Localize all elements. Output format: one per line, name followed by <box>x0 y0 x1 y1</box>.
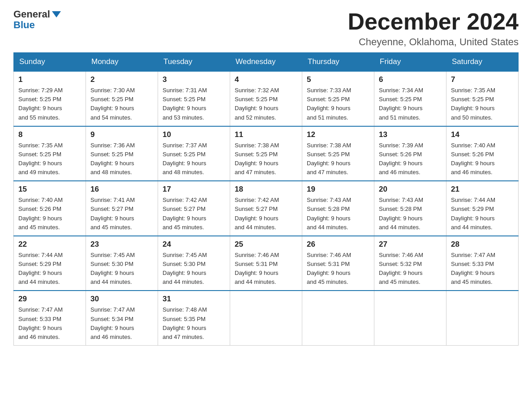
day-info: Sunrise: 7:39 AMSunset: 5:26 PMDaylight:… <box>379 141 442 177</box>
calendar-cell <box>230 291 302 345</box>
logo: General Blue <box>13 9 61 30</box>
calendar-header-wednesday: Wednesday <box>230 53 302 72</box>
day-number: 14 <box>451 130 514 139</box>
calendar-header-monday: Monday <box>86 53 158 72</box>
calendar-header-saturday: Saturday <box>446 53 519 72</box>
day-number: 21 <box>451 185 514 194</box>
calendar-header-thursday: Thursday <box>302 53 374 72</box>
day-info: Sunrise: 7:29 AMSunset: 5:25 PMDaylight:… <box>18 86 81 122</box>
week-row-4: 22Sunrise: 7:44 AMSunset: 5:29 PMDayligh… <box>14 236 519 291</box>
calendar-cell: 19Sunrise: 7:43 AMSunset: 5:28 PMDayligh… <box>302 181 374 236</box>
calendar-cell: 6Sunrise: 7:34 AMSunset: 5:25 PMDaylight… <box>374 71 446 126</box>
day-info: Sunrise: 7:46 AMSunset: 5:31 PMDaylight:… <box>307 251 369 287</box>
day-info: Sunrise: 7:38 AMSunset: 5:25 PMDaylight:… <box>235 141 297 177</box>
day-number: 4 <box>235 75 297 84</box>
day-info: Sunrise: 7:47 AMSunset: 5:33 PMDaylight:… <box>18 305 81 342</box>
calendar-table: SundayMondayTuesdayWednesdayThursdayFrid… <box>13 52 519 346</box>
calendar-cell: 21Sunrise: 7:44 AMSunset: 5:29 PMDayligh… <box>446 181 519 236</box>
day-info: Sunrise: 7:33 AMSunset: 5:25 PMDaylight:… <box>307 86 369 122</box>
month-title: December 2024 <box>348 9 519 34</box>
calendar-cell: 4Sunrise: 7:32 AMSunset: 5:25 PMDaylight… <box>230 71 302 126</box>
day-number: 13 <box>379 130 442 139</box>
calendar-cell: 15Sunrise: 7:40 AMSunset: 5:26 PMDayligh… <box>14 181 86 236</box>
calendar-cell: 8Sunrise: 7:35 AMSunset: 5:25 PMDaylight… <box>14 126 86 181</box>
week-row-5: 29Sunrise: 7:47 AMSunset: 5:33 PMDayligh… <box>14 291 519 345</box>
calendar-cell: 18Sunrise: 7:42 AMSunset: 5:27 PMDayligh… <box>230 181 302 236</box>
day-number: 28 <box>451 240 514 249</box>
day-number: 16 <box>90 185 153 194</box>
day-number: 7 <box>451 75 514 84</box>
calendar-cell: 13Sunrise: 7:39 AMSunset: 5:26 PMDayligh… <box>374 126 446 181</box>
day-number: 1 <box>18 75 81 84</box>
day-number: 9 <box>90 130 153 139</box>
day-info: Sunrise: 7:48 AMSunset: 5:35 PMDaylight:… <box>163 305 225 342</box>
day-number: 29 <box>18 295 81 304</box>
day-number: 8 <box>18 130 81 139</box>
day-info: Sunrise: 7:34 AMSunset: 5:25 PMDaylight:… <box>379 86 442 122</box>
day-info: Sunrise: 7:32 AMSunset: 5:25 PMDaylight:… <box>235 86 297 122</box>
calendar-header-sunday: Sunday <box>14 53 86 72</box>
day-info: Sunrise: 7:47 AMSunset: 5:33 PMDaylight:… <box>451 251 514 287</box>
day-info: Sunrise: 7:38 AMSunset: 5:25 PMDaylight:… <box>307 141 369 177</box>
week-row-1: 1Sunrise: 7:29 AMSunset: 5:25 PMDaylight… <box>14 71 519 126</box>
calendar-header-friday: Friday <box>374 53 446 72</box>
day-info: Sunrise: 7:41 AMSunset: 5:27 PMDaylight:… <box>90 196 153 232</box>
day-number: 22 <box>18 240 81 249</box>
day-info: Sunrise: 7:40 AMSunset: 5:26 PMDaylight:… <box>18 196 81 232</box>
calendar-cell: 16Sunrise: 7:41 AMSunset: 5:27 PMDayligh… <box>86 181 158 236</box>
calendar-cell: 20Sunrise: 7:43 AMSunset: 5:28 PMDayligh… <box>374 181 446 236</box>
calendar-cell: 25Sunrise: 7:46 AMSunset: 5:31 PMDayligh… <box>230 236 302 291</box>
day-number: 12 <box>307 130 369 139</box>
week-row-2: 8Sunrise: 7:35 AMSunset: 5:25 PMDaylight… <box>14 126 519 181</box>
day-number: 5 <box>307 75 369 84</box>
calendar-cell: 3Sunrise: 7:31 AMSunset: 5:25 PMDaylight… <box>158 71 230 126</box>
calendar-cell: 12Sunrise: 7:38 AMSunset: 5:25 PMDayligh… <box>302 126 374 181</box>
calendar-cell: 29Sunrise: 7:47 AMSunset: 5:33 PMDayligh… <box>14 291 86 345</box>
day-number: 19 <box>307 185 369 194</box>
day-info: Sunrise: 7:30 AMSunset: 5:25 PMDaylight:… <box>90 86 153 122</box>
day-info: Sunrise: 7:43 AMSunset: 5:28 PMDaylight:… <box>307 196 369 232</box>
calendar-cell: 14Sunrise: 7:40 AMSunset: 5:26 PMDayligh… <box>446 126 519 181</box>
day-number: 26 <box>307 240 369 249</box>
day-info: Sunrise: 7:35 AMSunset: 5:25 PMDaylight:… <box>451 86 514 122</box>
day-number: 25 <box>235 240 297 249</box>
calendar-cell: 5Sunrise: 7:33 AMSunset: 5:25 PMDaylight… <box>302 71 374 126</box>
calendar-cell: 10Sunrise: 7:37 AMSunset: 5:25 PMDayligh… <box>158 126 230 181</box>
day-number: 15 <box>18 185 81 194</box>
location-subtitle: Cheyenne, Oklahoma, United States <box>348 36 519 48</box>
day-info: Sunrise: 7:42 AMSunset: 5:27 PMDaylight:… <box>163 196 225 232</box>
calendar-cell <box>302 291 374 345</box>
day-number: 31 <box>163 295 225 304</box>
day-number: 23 <box>90 240 153 249</box>
day-number: 24 <box>163 240 225 249</box>
calendar-cell: 7Sunrise: 7:35 AMSunset: 5:25 PMDaylight… <box>446 71 519 126</box>
calendar-cell: 28Sunrise: 7:47 AMSunset: 5:33 PMDayligh… <box>446 236 519 291</box>
day-number: 2 <box>90 75 153 84</box>
calendar-cell: 27Sunrise: 7:46 AMSunset: 5:32 PMDayligh… <box>374 236 446 291</box>
calendar-header-row: SundayMondayTuesdayWednesdayThursdayFrid… <box>14 53 519 72</box>
day-info: Sunrise: 7:37 AMSunset: 5:25 PMDaylight:… <box>163 141 225 177</box>
day-number: 10 <box>163 130 225 139</box>
day-info: Sunrise: 7:44 AMSunset: 5:29 PMDaylight:… <box>18 251 81 287</box>
logo-triangle-icon <box>52 11 61 17</box>
calendar-cell: 22Sunrise: 7:44 AMSunset: 5:29 PMDayligh… <box>14 236 86 291</box>
calendar-cell: 31Sunrise: 7:48 AMSunset: 5:35 PMDayligh… <box>158 291 230 345</box>
day-info: Sunrise: 7:36 AMSunset: 5:25 PMDaylight:… <box>90 141 153 177</box>
day-info: Sunrise: 7:47 AMSunset: 5:34 PMDaylight:… <box>90 305 153 342</box>
calendar-cell <box>446 291 519 345</box>
calendar-cell: 24Sunrise: 7:45 AMSunset: 5:30 PMDayligh… <box>158 236 230 291</box>
calendar-header-tuesday: Tuesday <box>158 53 230 72</box>
title-block: December 2024 Cheyenne, Oklahoma, United… <box>348 9 519 48</box>
calendar-cell: 1Sunrise: 7:29 AMSunset: 5:25 PMDaylight… <box>14 71 86 126</box>
day-info: Sunrise: 7:46 AMSunset: 5:31 PMDaylight:… <box>235 251 297 287</box>
day-info: Sunrise: 7:31 AMSunset: 5:25 PMDaylight:… <box>163 86 225 122</box>
day-info: Sunrise: 7:43 AMSunset: 5:28 PMDaylight:… <box>379 196 442 232</box>
day-info: Sunrise: 7:40 AMSunset: 5:26 PMDaylight:… <box>451 141 514 177</box>
day-info: Sunrise: 7:44 AMSunset: 5:29 PMDaylight:… <box>451 196 514 232</box>
calendar-cell: 17Sunrise: 7:42 AMSunset: 5:27 PMDayligh… <box>158 181 230 236</box>
day-info: Sunrise: 7:46 AMSunset: 5:32 PMDaylight:… <box>379 251 442 287</box>
week-row-3: 15Sunrise: 7:40 AMSunset: 5:26 PMDayligh… <box>14 181 519 236</box>
day-number: 27 <box>379 240 442 249</box>
day-number: 17 <box>163 185 225 194</box>
calendar-cell: 23Sunrise: 7:45 AMSunset: 5:30 PMDayligh… <box>86 236 158 291</box>
